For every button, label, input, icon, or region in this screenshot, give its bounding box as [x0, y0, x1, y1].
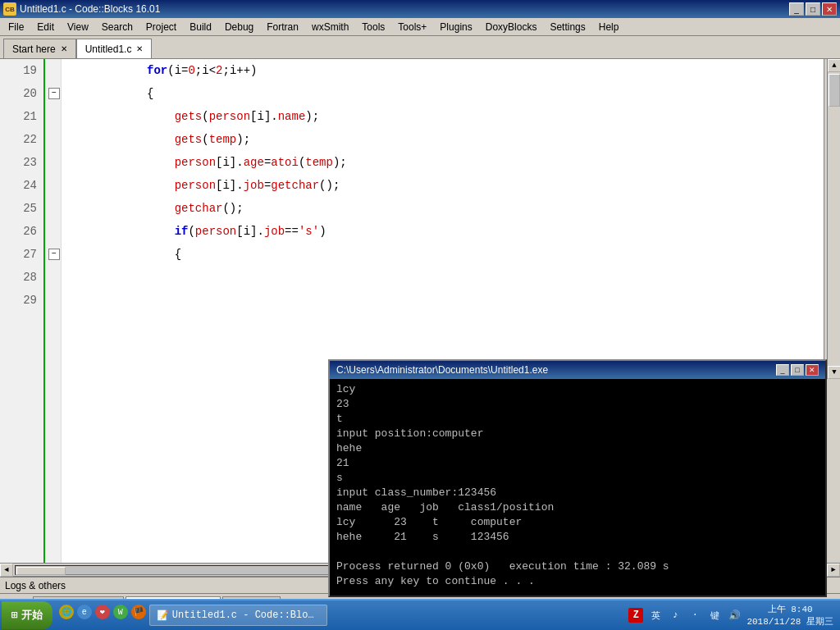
clock-date: 2018/11/28 星期三	[746, 615, 833, 628]
tab-untitled1c-label: Untitled1.c	[85, 43, 132, 55]
code-line-24: person[i].job=getchar();	[78, 174, 824, 197]
line-num-23: 23	[0, 151, 37, 174]
code-line-27: {	[78, 243, 824, 266]
taskbar: ⊞ 开始 🌐 e ❤ W 🏴 📝 Untitled1.c - Code::Blo…	[0, 599, 840, 630]
line-num-27: 27	[0, 243, 37, 266]
code-line-28	[78, 266, 824, 289]
console-maximize[interactable]: □	[791, 364, 804, 376]
console-controls: _ □ ✕	[776, 364, 819, 376]
scroll-right-button[interactable]: ►	[827, 564, 840, 577]
console-line-2: 23	[336, 397, 819, 412]
console-line-6: 21	[336, 456, 819, 471]
code-line-29	[78, 289, 824, 312]
console-line-7: s	[336, 471, 819, 486]
start-label: 开始	[21, 608, 43, 623]
tab-start-here-close[interactable]: ✕	[61, 44, 67, 53]
console-line-14: Press any key to continue . . .	[336, 574, 819, 589]
maximize-button[interactable]: □	[806, 2, 820, 16]
console-line-12	[336, 545, 819, 559]
taskbar-items: 🌐 e ❤ W 🏴 📝 Untitled1.c - Code::Blocks 1…	[59, 605, 623, 626]
h-scroll-thumb[interactable]	[16, 567, 66, 575]
menu-tools[interactable]: Tools	[355, 20, 391, 34]
menu-view[interactable]: View	[61, 20, 95, 34]
scroll-thumb[interactable]	[829, 74, 840, 107]
menu-project[interactable]: Project	[139, 20, 183, 34]
tab-start-here-label: Start here	[12, 43, 56, 55]
console-title-bar: C:\Users\Administrator\Documents\Untitle…	[330, 361, 825, 379]
taskbar-icon-5[interactable]: 🏴	[131, 605, 146, 619]
code-line-21: gets(person[i].name);	[78, 105, 824, 128]
menu-fortran[interactable]: Fortran	[260, 20, 305, 34]
scroll-left-button[interactable]: ◄	[0, 564, 13, 577]
taskbar-app-icon: 📝	[157, 609, 169, 622]
menu-bar: File Edit View Search Project Build Debu…	[0, 18, 840, 36]
console-line-4: input position:computer	[336, 427, 819, 441]
tab-untitled1c[interactable]: Untitled1.c ✕	[76, 39, 153, 58]
menu-plugins[interactable]: Plugins	[433, 20, 478, 34]
app-icon: CB	[3, 2, 16, 16]
console-line-13: Process returned 0 (0x0) execution time …	[336, 559, 819, 574]
menu-help[interactable]: Help	[592, 20, 626, 34]
line-num-25: 25	[0, 197, 37, 220]
title-bar: CB Untitled1.c - Code::Blocks 16.01 _ □ …	[0, 0, 840, 18]
close-button[interactable]: ✕	[822, 2, 837, 16]
menu-doxyblocks[interactable]: DoxyBlocks	[479, 20, 544, 34]
minimize-button[interactable]: _	[789, 2, 804, 16]
console-line-9: name age job class1/position	[336, 500, 819, 515]
tray-icon-keyboard[interactable]: 键	[707, 608, 722, 623]
system-clock[interactable]: 上午 8:40 2018/11/28 星期三	[746, 603, 833, 628]
menu-toolsplus[interactable]: Tools+	[391, 20, 433, 34]
taskbar-icon-1[interactable]: 🌐	[59, 605, 74, 619]
console-title-text: C:\Users\Administrator\Documents\Untitle…	[336, 364, 548, 376]
line-num-20: 20	[0, 82, 37, 105]
menu-debug[interactable]: Debug	[218, 20, 260, 34]
tray-icon-z[interactable]: Z	[628, 608, 643, 623]
taskbar-icon-2[interactable]: e	[77, 605, 92, 619]
logs-label-text: Logs & others	[5, 580, 66, 591]
taskbar-icon-3[interactable]: ❤	[95, 605, 110, 619]
code-line-26: if(person[i].job=='s')	[78, 220, 824, 243]
console-minimize[interactable]: _	[776, 364, 789, 376]
menu-build[interactable]: Build	[183, 20, 218, 34]
line-num-29: 29	[0, 289, 37, 312]
console-line-11: hehe 21 s 123456	[336, 530, 819, 545]
window-title: Untitled1.c - Code::Blocks 16.01	[20, 3, 789, 15]
menu-wxsmith[interactable]: wxSmith	[305, 20, 355, 34]
code-line-25: getchar();	[78, 197, 824, 220]
tray-icon-english[interactable]: 英	[648, 608, 663, 623]
line-num-28: 28	[0, 266, 37, 289]
fold-margin: − −	[45, 59, 62, 563]
line-num-19: 19	[0, 59, 37, 82]
taskbar-app-label: Untitled1.c - Code::Blocks 16.01	[172, 609, 320, 621]
console-line-5: hehe	[336, 441, 819, 456]
start-icon: ⊞	[11, 609, 18, 622]
console-window: C:\Users\Administrator\Documents\Untitle…	[328, 359, 827, 597]
start-button[interactable]: ⊞ 开始	[2, 601, 52, 629]
menu-search[interactable]: Search	[95, 20, 139, 34]
code-line-19: for(i=0;i<2;i++)	[78, 59, 824, 82]
taskbar-active-app[interactable]: 📝 Untitled1.c - Code::Blocks 16.01	[149, 605, 327, 626]
menu-settings[interactable]: Settings	[543, 20, 591, 34]
console-line-10: lcy 23 t computer	[336, 515, 819, 530]
code-line-22: gets(temp);	[78, 128, 824, 151]
fold-27[interactable]: −	[48, 249, 60, 260]
scroll-up-button[interactable]: ▲	[828, 59, 840, 72]
tray-icon-volume[interactable]: 🔊	[727, 608, 742, 623]
console-content: lcy 23 t input position:computer hehe 21…	[330, 379, 825, 592]
scroll-down-button[interactable]: ▼	[828, 366, 840, 379]
fold-19[interactable]: −	[48, 88, 60, 99]
line-num-24: 24	[0, 174, 37, 197]
tab-untitled1c-close[interactable]: ✕	[136, 44, 143, 53]
window-controls: _ □ ✕	[789, 2, 837, 16]
menu-file[interactable]: File	[2, 20, 30, 34]
console-line-8: input class_number:123456	[336, 486, 819, 500]
system-tray: Z 英 ♪ · 键 🔊 上午 8:40 2018/11/28 星期三	[622, 603, 840, 628]
tray-icon-dot: ·	[687, 608, 702, 623]
tray-icon-music[interactable]: ♪	[668, 608, 682, 623]
taskbar-icon-4[interactable]: W	[113, 605, 128, 619]
tab-start-here[interactable]: Start here ✕	[3, 39, 76, 58]
line-num-21: 21	[0, 105, 37, 128]
menu-edit[interactable]: Edit	[30, 20, 61, 34]
vertical-scrollbar[interactable]: ▲ ▼	[827, 59, 840, 379]
console-close[interactable]: ✕	[806, 364, 819, 376]
